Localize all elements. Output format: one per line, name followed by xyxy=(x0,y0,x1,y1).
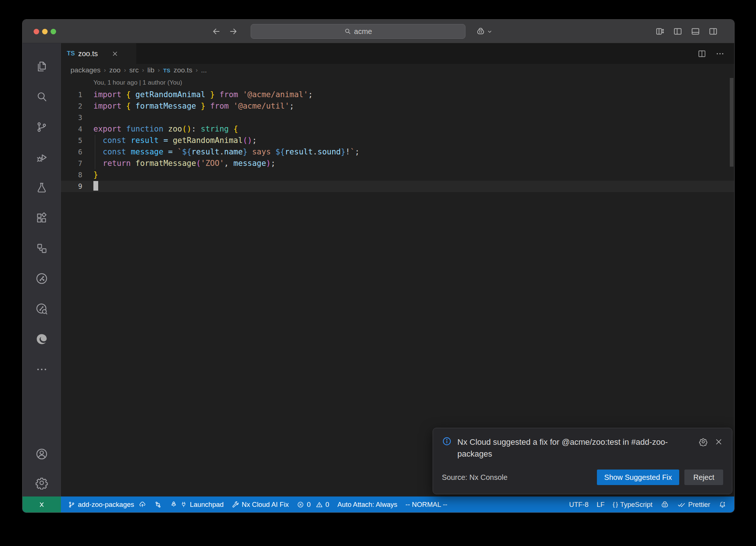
toggle-secondary-sidebar-icon[interactable] xyxy=(708,27,718,36)
activity-nx-cloud[interactable] xyxy=(23,294,61,324)
auto-attach-status[interactable]: Auto Attach: Always xyxy=(333,496,401,512)
breadcrumb-separator-icon: › xyxy=(196,66,198,74)
forward-arrow-icon[interactable] xyxy=(228,27,238,36)
activity-run-debug[interactable] xyxy=(23,142,61,173)
code-line-1[interactable]: 1import { getRandomAnimal } from '@acme/… xyxy=(61,89,734,100)
activity-account[interactable] xyxy=(23,439,61,469)
git-branch-status[interactable]: add-zoo-packages xyxy=(64,496,150,512)
language-mode-status[interactable]: { } TypeScript xyxy=(609,496,657,512)
gear-icon xyxy=(35,476,48,489)
line-number: 2 xyxy=(61,100,82,112)
code-line-3[interactable]: 3 xyxy=(61,112,734,123)
code-token: } xyxy=(210,90,215,99)
problems-status[interactable]: 0 0 xyxy=(293,496,333,512)
breadcrumb-segment[interactable]: src xyxy=(129,66,138,74)
code-line-2[interactable]: 2import { formatMessage } from '@acme/ut… xyxy=(61,100,734,112)
close-tab-icon[interactable] xyxy=(111,50,118,57)
command-center-search[interactable]: acme xyxy=(251,24,465,39)
window-controls xyxy=(34,20,56,43)
breadcrumb-file[interactable]: zoo.ts xyxy=(173,66,192,74)
split-editor-icon[interactable] xyxy=(697,49,707,58)
activity-more[interactable] xyxy=(23,354,61,385)
tab-zoo-ts[interactable]: TS zoo.ts xyxy=(61,43,136,64)
git-compare-status[interactable] xyxy=(150,496,166,512)
code-token: return xyxy=(93,159,135,168)
code-token: } xyxy=(201,102,206,110)
editor-more-actions-icon[interactable] xyxy=(715,49,725,58)
vscode-window: acme xyxy=(22,19,735,513)
launchpad-status[interactable]: Launchpad xyxy=(166,496,228,512)
line-number: 4 xyxy=(61,123,82,135)
show-suggested-fix-button[interactable]: Show Suggested Fix xyxy=(597,470,679,485)
nx-fix-label: Nx Cloud AI Fix xyxy=(242,501,289,509)
activity-bar xyxy=(23,43,61,496)
line-content: import { formatMessage } from '@acme/uti… xyxy=(82,100,294,112)
breadcrumb-segment[interactable]: zoo xyxy=(109,66,121,74)
code-line-4[interactable]: 4export function zoo(): string { xyxy=(61,123,734,135)
double-check-icon xyxy=(677,501,685,509)
code-token: { xyxy=(229,124,238,133)
code-token: const xyxy=(93,136,131,145)
warning-count: 0 xyxy=(326,501,329,509)
code-line-9[interactable]: 9 xyxy=(61,181,734,192)
nx-cloud-fix-status[interactable]: Nx Cloud AI Fix xyxy=(228,496,293,512)
close-window-button[interactable] xyxy=(34,29,39,34)
breadcrumb-segment[interactable]: packages xyxy=(71,66,100,74)
code-token: getRandomAnimal xyxy=(131,90,210,99)
activity-project-references[interactable] xyxy=(23,233,61,263)
cloud-upload-icon xyxy=(139,501,146,508)
code-token: ! xyxy=(346,147,350,156)
activity-extensions[interactable] xyxy=(23,203,61,233)
breadcrumb-segment[interactable]: lib xyxy=(147,66,154,74)
breadcrumb-separator-icon: › xyxy=(158,66,160,74)
activity-source-control[interactable] xyxy=(23,112,61,142)
copilot-menu[interactable] xyxy=(476,20,492,43)
wrench-icon xyxy=(232,501,239,508)
activity-search[interactable] xyxy=(23,82,61,112)
activity-edge-browser[interactable] xyxy=(23,324,61,354)
formatter-status[interactable]: Prettier xyxy=(673,496,714,512)
toggle-panel-icon[interactable] xyxy=(691,27,700,36)
editor-scrollbar[interactable] xyxy=(730,78,733,167)
code-token: result xyxy=(285,147,313,156)
reject-button[interactable]: Reject xyxy=(684,470,723,485)
notifications-bell[interactable] xyxy=(714,496,731,512)
remote-indicator[interactable] xyxy=(23,496,61,512)
notification-settings-icon[interactable] xyxy=(699,437,708,460)
line-content: const result = getRandomAnimal(); xyxy=(82,135,257,146)
code-token: ) xyxy=(266,159,271,168)
toggle-primary-sidebar-icon[interactable] xyxy=(673,27,683,36)
breadcrumb-overflow[interactable]: ... xyxy=(201,66,207,74)
tab-bar: TS zoo.ts xyxy=(61,43,734,64)
code-token: = xyxy=(168,147,177,156)
text-cursor xyxy=(93,181,98,191)
bell-dot-icon xyxy=(718,501,726,509)
code-line-7[interactable]: 7 return formatMessage('ZOO', message); xyxy=(61,158,734,169)
customize-layout-icon[interactable] xyxy=(655,27,665,36)
activity-testing[interactable] xyxy=(23,173,61,203)
code-line-8[interactable]: 8} xyxy=(61,169,734,181)
copilot-icon xyxy=(476,27,485,36)
beaker-icon xyxy=(35,181,48,194)
launchpad-label: Launchpad xyxy=(190,501,224,509)
code-line-6[interactable]: 6 const message = `${result.name} says $… xyxy=(61,146,734,158)
code-token: result xyxy=(131,136,164,145)
minimize-window-button[interactable] xyxy=(42,29,48,34)
code-line-5[interactable]: 5 const result = getRandomAnimal(); xyxy=(61,135,734,146)
back-arrow-icon[interactable] xyxy=(212,27,221,36)
maximize-window-button[interactable] xyxy=(51,29,56,34)
code-token: result xyxy=(192,147,220,156)
eol-status[interactable]: LF xyxy=(592,496,609,512)
chevron-down-icon xyxy=(487,29,492,34)
encoding-status[interactable]: UTF-8 xyxy=(565,496,592,512)
code-token: export xyxy=(93,124,126,133)
copilot-status[interactable] xyxy=(656,496,673,512)
search-icon xyxy=(35,91,48,103)
activity-settings[interactable] xyxy=(23,469,61,496)
notification-close-icon[interactable] xyxy=(714,437,723,460)
vim-mode-status[interactable]: -- NORMAL -- xyxy=(401,496,451,512)
activity-nx-console[interactable] xyxy=(23,263,61,294)
line-content: export function zoo(): string { xyxy=(82,123,238,135)
activity-explorer[interactable] xyxy=(23,51,61,82)
copilot-icon xyxy=(660,500,669,509)
